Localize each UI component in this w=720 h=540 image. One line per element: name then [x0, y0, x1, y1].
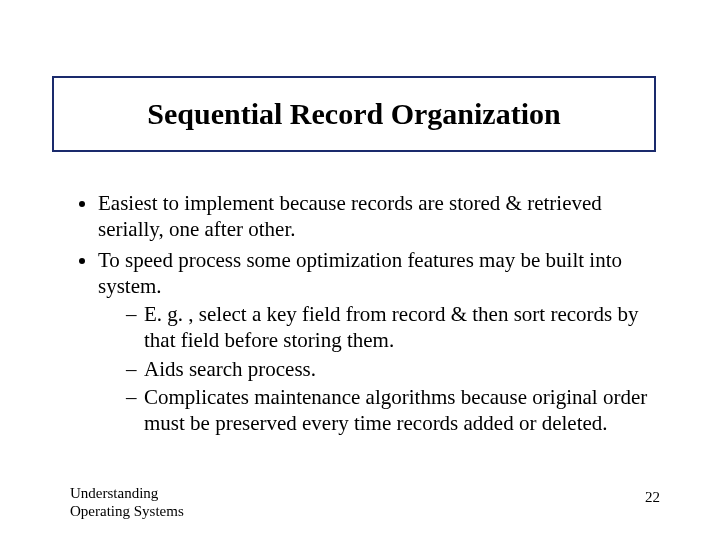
sub-bullet-text: Complicates maintenance algorithms becau…: [144, 385, 647, 435]
bullet-item: Easiest to implement because records are…: [98, 190, 660, 243]
sub-bullet-item: Complicates maintenance algorithms becau…: [126, 384, 660, 437]
title-box: Sequential Record Organization: [52, 76, 656, 152]
slide: Sequential Record Organization Easiest t…: [0, 0, 720, 540]
footer-text: Understanding Operating Systems: [70, 484, 184, 520]
footer-line2: Operating Systems: [70, 503, 184, 519]
slide-body: Easiest to implement because records are…: [70, 190, 660, 440]
page-number: 22: [645, 489, 660, 506]
bullet-text: Easiest to implement because records are…: [98, 191, 602, 241]
bullet-item: To speed process some optimization featu…: [98, 247, 660, 437]
sub-bullet-text: E. g. , select a key field from record &…: [144, 302, 639, 352]
sub-bullet-item: Aids search process.: [126, 356, 660, 382]
footer-line1: Understanding: [70, 485, 158, 501]
bullet-text: To speed process some optimization featu…: [98, 248, 622, 298]
sub-bullet-item: E. g. , select a key field from record &…: [126, 301, 660, 354]
slide-title: Sequential Record Organization: [147, 97, 560, 131]
sub-bullet-text: Aids search process.: [144, 357, 316, 381]
